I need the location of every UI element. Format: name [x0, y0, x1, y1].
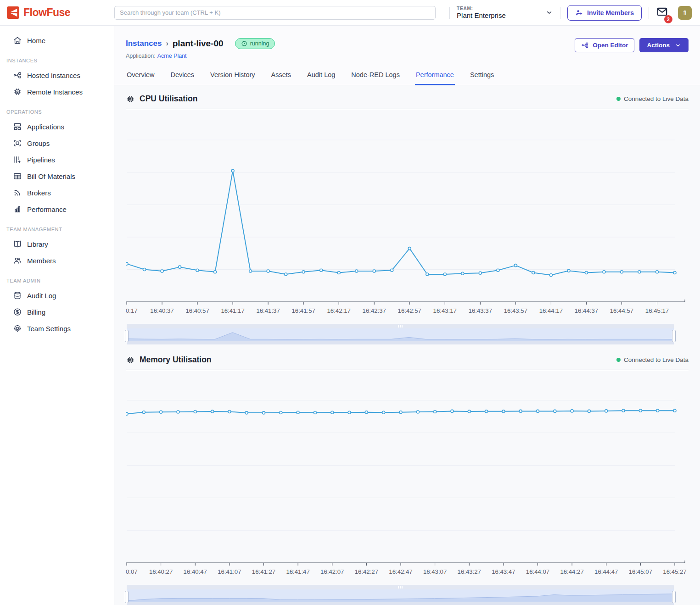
remote-instances-icon	[13, 87, 22, 96]
zoom-slider-handle-right[interactable]	[672, 591, 676, 603]
tab-settings[interactable]: Settings	[469, 67, 495, 85]
svg-text:16:43:07: 16:43:07	[423, 568, 447, 575]
svg-text:16:43:27: 16:43:27	[458, 568, 481, 575]
chevron-down-icon	[675, 42, 681, 49]
live-status-text: Connected to Live Data	[624, 95, 689, 102]
zoom-slider-handle-left[interactable]	[125, 330, 129, 342]
svg-text:16:40:37: 16:40:37	[150, 307, 174, 314]
flowfuse-logo-icon	[7, 6, 19, 19]
cpu-utilisation-section: CPU Utilisation Connected to Live Data 0…	[126, 86, 689, 344]
cpu-utilisation-plot: 0%2%4%6%8%10%0:1716:40:3716:40:5716:41:1…	[126, 110, 689, 319]
zoom-slider-handle-left[interactable]	[125, 591, 129, 603]
application-link[interactable]: Acme Plant	[157, 53, 187, 59]
sidebar-item-brokers[interactable]: Brokers	[0, 184, 114, 201]
tab-overview[interactable]: Overview	[126, 67, 155, 85]
top-bar-right: TEAM: Plant Enterprise Invite Members 2 …	[449, 5, 700, 21]
zoom-slider-bottom-track[interactable]	[127, 341, 674, 344]
sidebar-item-billing[interactable]: Billing	[0, 304, 114, 320]
avatar[interactable]: fl	[678, 6, 692, 20]
live-status: Connected to Live Data	[616, 356, 689, 363]
sidebar-item-label: Audit Log	[27, 292, 56, 300]
memory-section-header: Memory Utilisation Connected to Live Dat…	[126, 347, 689, 370]
zoom-slider-move-handle[interactable]	[127, 585, 674, 589]
performance-content: CPU Utilisation Connected to Live Data 0…	[114, 85, 700, 605]
sidebar-item-library[interactable]: Library	[0, 236, 114, 252]
tab-devices[interactable]: Devices	[169, 67, 195, 85]
sidebar-item-label: Bill Of Materials	[27, 172, 75, 180]
home-icon	[13, 36, 22, 45]
divider	[560, 7, 560, 19]
tab-audit-log[interactable]: Audit Log	[306, 67, 336, 85]
flowfuse-logo[interactable]: FlowFuse	[0, 6, 114, 19]
sidebar-section-instances: INSTANCES	[0, 49, 114, 67]
chevron-down-icon	[545, 9, 553, 17]
zoom-slider-handle-right[interactable]	[672, 330, 676, 342]
sidebar-item-label: Groups	[27, 139, 50, 147]
sidebar-item-pipelines[interactable]: Pipelines	[0, 151, 114, 168]
application-line: Application:Acme Plant	[126, 53, 275, 59]
svg-text:16:44:07: 16:44:07	[526, 568, 549, 575]
zoom-slider-data-shadow	[127, 328, 674, 341]
svg-text:16:41:27: 16:41:27	[252, 568, 275, 575]
tab-version-history[interactable]: Version History	[209, 67, 256, 85]
svg-text:16:41:37: 16:41:37	[256, 307, 280, 314]
notification-count-badge: 2	[664, 15, 672, 23]
sidebar-item-label: Applications	[27, 123, 64, 131]
svg-text:16:44:27: 16:44:27	[560, 568, 583, 575]
svg-text:16:42:57: 16:42:57	[398, 307, 421, 314]
sidebar-item-home[interactable]: Home	[0, 32, 114, 49]
sidebar-section-team-admin: TEAM ADMIN	[0, 269, 114, 287]
performance-icon	[13, 205, 22, 214]
cpu-chart-zoom-slider[interactable]	[127, 324, 674, 344]
sidebar-item-label: Library	[27, 240, 48, 248]
instance-header: Instances › plant-live-00 running Applic…	[114, 26, 700, 85]
zoom-slider-grip-icon[interactable]	[398, 586, 403, 588]
add-user-icon	[575, 9, 583, 17]
sidebar-item-groups[interactable]: Groups	[0, 135, 114, 151]
sidebar-item-bill-of-materials[interactable]: Bill Of Materials	[0, 168, 114, 184]
sidebar-item-hosted-instances[interactable]: Hosted Instances	[0, 67, 114, 83]
notifications-button[interactable]: 2	[656, 6, 668, 20]
cpu-section-header: CPU Utilisation Connected to Live Data	[126, 86, 689, 109]
svg-text:16:44:17: 16:44:17	[539, 307, 563, 314]
team-label: TEAM:	[457, 6, 506, 11]
svg-text:16:43:17: 16:43:17	[433, 307, 457, 314]
svg-text:16:42:27: 16:42:27	[355, 568, 378, 575]
invite-members-button[interactable]: Invite Members	[567, 5, 642, 21]
sidebar-item-label: Members	[27, 257, 56, 265]
zoom-slider-track[interactable]	[127, 589, 674, 602]
sidebar-item-label: Billing	[27, 308, 45, 316]
sidebar-item-applications[interactable]: Applications	[0, 118, 114, 135]
sidebar-item-label: Performance	[27, 205, 67, 213]
sidebar-item-label: Home	[27, 37, 45, 44]
sidebar: HomeINSTANCESHosted InstancesRemote Inst…	[0, 26, 114, 605]
memory-chip-icon	[126, 355, 135, 365]
svg-text:16:42:07: 16:42:07	[320, 568, 344, 575]
actions-button[interactable]: Actions	[639, 38, 689, 52]
zoom-slider-bottom-track[interactable]	[127, 602, 674, 605]
sidebar-item-performance[interactable]: Performance	[0, 201, 114, 217]
sidebar-item-members[interactable]: Members	[0, 252, 114, 269]
tab-assets[interactable]: Assets	[270, 67, 292, 85]
status-badge: running	[235, 38, 275, 49]
zoom-slider-track[interactable]	[127, 328, 674, 341]
tab-node-red-logs[interactable]: Node-RED Logs	[350, 67, 401, 85]
zoom-slider-grip-icon[interactable]	[398, 325, 403, 327]
sidebar-item-team-settings[interactable]: Team Settings	[0, 320, 114, 337]
play-circle-icon	[241, 40, 247, 47]
node-red-editor-icon	[581, 41, 589, 49]
tab-performance[interactable]: Performance	[415, 67, 455, 85]
breadcrumb-instances-link[interactable]: Instances	[126, 39, 162, 48]
search-input[interactable]	[114, 6, 436, 20]
members-icon	[13, 256, 22, 265]
sidebar-item-label: Pipelines	[27, 156, 55, 164]
billing-icon	[13, 307, 22, 316]
sidebar-item-audit-log[interactable]: Audit Log	[0, 287, 114, 304]
open-editor-button[interactable]: Open Editor	[575, 38, 634, 52]
svg-text:16:42:47: 16:42:47	[389, 568, 412, 575]
svg-text:16:40:47: 16:40:47	[184, 568, 207, 575]
team-selector[interactable]: TEAM: Plant Enterprise	[457, 6, 553, 19]
memory-chart-zoom-slider[interactable]	[127, 585, 674, 605]
zoom-slider-move-handle[interactable]	[127, 324, 674, 328]
sidebar-item-remote-instances[interactable]: Remote Instances	[0, 83, 114, 100]
